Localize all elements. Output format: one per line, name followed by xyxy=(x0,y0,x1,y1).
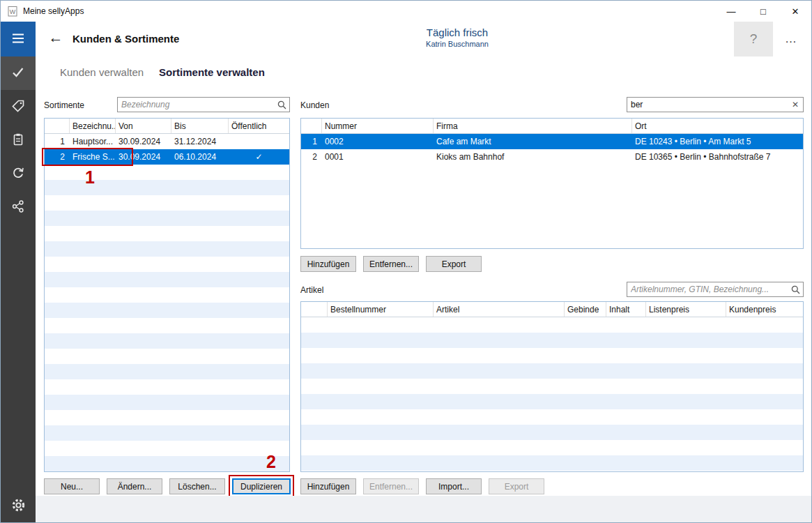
row-number: 2 xyxy=(45,149,70,165)
kunden-table-header: Nummer Firma Ort xyxy=(301,119,803,134)
column-header-ort[interactable]: Ort xyxy=(632,119,803,133)
page-title: Kunden & Sortimente xyxy=(72,33,179,45)
sidebar-item-catalog[interactable] xyxy=(1,90,36,123)
column-header[interactable] xyxy=(301,119,322,133)
search-icon[interactable] xyxy=(788,282,803,296)
sortimente-label: Sortimente xyxy=(44,100,84,110)
cell-bis: 31.12.2024 xyxy=(171,134,229,149)
minimize-button[interactable]: — xyxy=(715,1,747,22)
sidebar-item-sync[interactable] xyxy=(1,157,36,190)
cell-oeffentlich xyxy=(229,134,289,149)
artikel-export-button[interactable]: Export xyxy=(489,478,544,494)
clear-icon[interactable]: ✕ xyxy=(788,98,803,112)
close-button[interactable]: ✕ xyxy=(779,1,811,22)
column-header-gebinde[interactable]: Gebinde xyxy=(565,302,606,317)
kunden-table-body: 1 0002 Cafe am Markt DE 10243 • Berlin •… xyxy=(301,134,803,248)
sortimente-table: Bezeichnu... Von Bis Öffentlich 1 Haupts… xyxy=(44,118,290,472)
column-header-artikel[interactable]: Artikel xyxy=(434,302,565,317)
artikel-table: Bestellnummer Artikel Gebinde Inhalt Lis… xyxy=(300,301,804,472)
account-name: Täglich frisch xyxy=(388,26,527,38)
column-header-firma[interactable]: Firma xyxy=(434,119,632,133)
artikel-table-header: Bestellnummer Artikel Gebinde Inhalt Lis… xyxy=(301,302,803,317)
column-header-inhalt[interactable]: Inhalt xyxy=(606,302,646,317)
account-user: Katrin Buschmann xyxy=(388,40,527,48)
column-header-von[interactable]: Von xyxy=(116,119,171,133)
tab-kunden-verwalten[interactable]: Kunden verwalten xyxy=(60,66,144,78)
table-row[interactable]: 2 0001 Kioks am Bahnhof DE 10365 • Berli… xyxy=(301,149,803,165)
kunden-hinzufuegen-button[interactable]: Hinzufügen xyxy=(300,256,356,272)
artikel-import-button[interactable]: Import... xyxy=(426,478,482,494)
sortimente-search-input[interactable] xyxy=(118,98,274,112)
help-button[interactable]: ? xyxy=(734,22,773,56)
sidebar-item-tasks[interactable] xyxy=(1,56,36,90)
search-icon[interactable] xyxy=(274,98,289,112)
table-row[interactable]: 1 Hauptsor... 30.09.2024 31.12.2024 xyxy=(45,134,289,149)
tabbar: Kunden verwalten Sortimente verwalten xyxy=(36,56,811,88)
kunden-label: Kunden xyxy=(300,100,329,110)
sortimente-table-body: 1 Hauptsor... 30.09.2024 31.12.2024 2 Fr… xyxy=(45,134,289,471)
catalog-icon xyxy=(11,99,25,115)
column-header-bezeichnung[interactable]: Bezeichnu... xyxy=(70,119,116,133)
table-row-selected[interactable]: 1 0002 Cafe am Markt DE 10243 • Berlin •… xyxy=(301,134,803,149)
artikel-table-body xyxy=(301,317,803,471)
column-header-bis[interactable]: Bis xyxy=(171,119,229,133)
share-icon xyxy=(11,199,25,215)
column-header-oeffentlich[interactable]: Öffentlich xyxy=(229,119,289,133)
cell-ort: DE 10365 • Berlin • Bahnhofstraße 7 xyxy=(632,149,803,165)
public-check-icon: ✓ xyxy=(229,149,289,165)
cell-von: 30.09.2024 xyxy=(116,134,171,149)
maximize-button[interactable]: □ xyxy=(747,1,779,22)
back-button[interactable]: ← xyxy=(45,29,66,46)
cell-nummer: 0001 xyxy=(322,149,434,165)
cell-bezeichnung: Frische S... xyxy=(70,149,116,165)
column-header-bestellnummer[interactable]: Bestellnummer xyxy=(328,302,434,317)
tab-sortimente-verwalten[interactable]: Sortimente verwalten xyxy=(159,66,265,78)
cell-bezeichnung: Hauptsor... xyxy=(70,134,116,149)
header: ← Kunden & Sortimente Täglich frisch Kat… xyxy=(36,22,811,56)
loeschen-button[interactable]: Löschen... xyxy=(169,478,225,494)
svg-text:W: W xyxy=(10,8,16,15)
column-header[interactable] xyxy=(45,119,70,133)
sortimente-search xyxy=(117,97,290,112)
hamburger-menu-button[interactable] xyxy=(1,22,36,56)
bottom-strip xyxy=(36,496,811,522)
artikel-search xyxy=(627,282,804,297)
kunden-search: ✕ xyxy=(627,97,804,112)
clipboard-icon xyxy=(11,132,25,149)
kunden-table: Nummer Firma Ort 1 0002 Cafe am Markt DE… xyxy=(300,118,804,249)
account-block: Täglich frisch Katrin Buschmann xyxy=(388,26,527,48)
cell-von: 30.09.2024 xyxy=(116,149,171,165)
window-controls: — □ ✕ xyxy=(715,1,811,22)
tasks-check-icon xyxy=(11,66,25,82)
hamburger-icon xyxy=(10,31,26,48)
artikel-entfernen-button[interactable]: Entfernen... xyxy=(363,478,419,494)
kunden-entfernen-button[interactable]: Entfernen... xyxy=(363,256,419,272)
neu-button[interactable]: Neu... xyxy=(44,478,100,494)
sidebar-item-orders[interactable] xyxy=(1,123,36,157)
column-header[interactable] xyxy=(301,302,328,317)
cell-ort: DE 10243 • Berlin • Am Markt 5 xyxy=(632,134,803,149)
column-header-listenpreis[interactable]: Listenpreis xyxy=(646,302,726,317)
settings-gear-icon xyxy=(11,498,26,515)
artikel-search-input[interactable] xyxy=(627,282,788,296)
artikel-hinzufuegen-button[interactable]: Hinzufügen xyxy=(300,478,356,494)
sortimente-table-header: Bezeichnu... Von Bis Öffentlich xyxy=(45,119,289,134)
cell-firma: Cafe am Markt xyxy=(434,134,632,149)
cell-bis: 06.10.2024 xyxy=(171,149,229,165)
kunden-export-button[interactable]: Export xyxy=(426,256,482,272)
duplizieren-button[interactable]: Duplizieren xyxy=(232,478,291,494)
sidebar-item-share[interactable] xyxy=(1,190,36,224)
app-icon: W xyxy=(7,6,18,17)
column-header-kundenpreis[interactable]: Kundenpreis xyxy=(726,302,803,317)
sidebar-item-settings[interactable] xyxy=(1,490,36,522)
titlebar: W Meine sellyApps — □ ✕ xyxy=(1,1,811,22)
sidebar xyxy=(1,22,36,522)
aendern-button[interactable]: Ändern... xyxy=(107,478,162,494)
more-button[interactable]: … xyxy=(776,22,806,56)
column-header-nummer[interactable]: Nummer xyxy=(322,119,434,133)
main-content: Sortimente Bezeichnu... Von Bis Öffentli… xyxy=(36,88,811,522)
table-row-selected[interactable]: 2 Frische S... 30.09.2024 06.10.2024 ✓ xyxy=(45,149,289,165)
row-number: 2 xyxy=(301,149,322,165)
kunden-search-input[interactable] xyxy=(627,98,788,112)
cell-firma: Kioks am Bahnhof xyxy=(434,149,632,165)
